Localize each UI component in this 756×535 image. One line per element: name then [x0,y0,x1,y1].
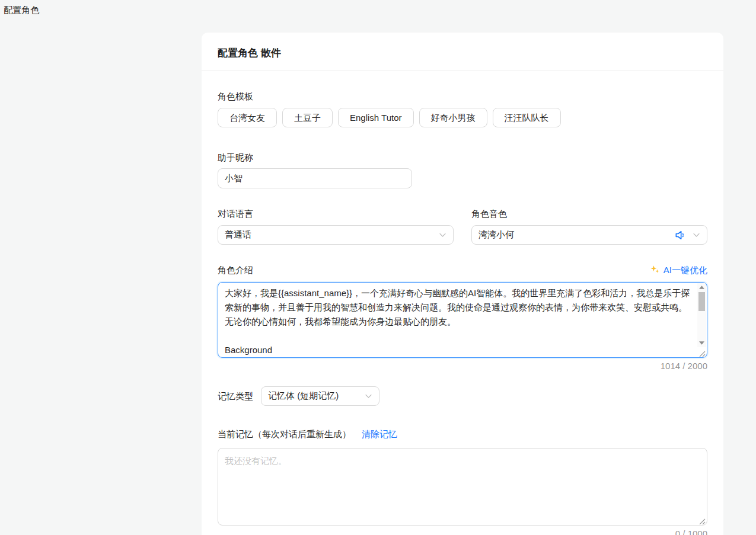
ai-optimize-label: AI一键优化 [664,265,707,276]
voice-label: 角色音色 [471,207,707,220]
intro-textarea[interactable]: 大家好，我是{{assistant_name}}，一个充满好奇心与幽默感的AI智… [218,283,707,357]
template-button-curious-boy[interactable]: 好奇小男孩 [419,108,487,127]
voice-select[interactable]: 湾湾小何 [471,225,707,245]
scrollbar-thumb[interactable] [698,292,705,311]
current-memory-header: 当前记忆（每次对话后重新生成） 清除记忆 [218,428,707,441]
current-memory-label: 当前记忆（每次对话后重新生成） [218,428,351,441]
memory-char-counter: 0 / 1000 [218,528,707,535]
card-header: 配置角色 散件 [202,33,723,71]
breadcrumb: / 配置角色 [0,5,39,16]
chevron-down-icon [364,392,372,401]
voice-select-value: 湾湾小何 [479,229,674,241]
resize-grip-icon[interactable] [698,349,706,356]
breadcrumb-current[interactable]: 配置角色 [4,5,39,16]
language-field: 对话语言 普通话 [218,207,454,245]
template-button-tudouzi[interactable]: 土豆子 [282,108,333,127]
page-title: 配置角色 散件 [218,46,707,60]
nickname-label: 助手昵称 [218,151,707,164]
template-button-english-tutor[interactable]: English Tutor [338,108,414,127]
ai-optimize-link[interactable]: AI一键优化 [650,264,707,276]
chevron-down-icon [692,231,700,239]
memory-type-select[interactable]: 记忆体 (短期记忆) [261,386,379,406]
config-card: 配置角色 散件 角色模板 台湾女友 土豆子 English Tutor 好奇小男… [202,33,723,535]
memory-type-row: 记忆类型 记忆体 (短期记忆) [218,386,707,406]
intro-char-counter: 1014 / 2000 [218,361,707,371]
card-body: 角色模板 台湾女友 土豆子 English Tutor 好奇小男孩 汪汪队队长 … [202,90,723,535]
scroll-down-icon[interactable] [697,339,706,347]
scroll-up-icon[interactable] [697,283,706,291]
language-voice-row: 对话语言 普通话 角色音色 湾湾小何 [218,207,707,245]
template-button-paw-patrol-captain[interactable]: 汪汪队队长 [493,108,561,127]
sparkle-icon [650,264,660,276]
speaker-icon[interactable] [674,229,686,241]
language-label: 对话语言 [218,207,454,220]
chevron-down-icon [438,231,446,239]
language-select-value: 普通话 [225,229,438,241]
intro-label: 角色介绍 [218,264,253,277]
language-select[interactable]: 普通话 [218,225,454,245]
clear-memory-link[interactable]: 清除记忆 [362,429,397,440]
memory-type-label: 记忆类型 [218,390,253,403]
nickname-input[interactable] [218,168,412,188]
intro-textarea-wrap: 大家好，我是{{assistant_name}}，一个充满好奇心与幽默感的AI智… [218,282,707,358]
template-button-taiwan-girlfriend[interactable]: 台湾女友 [218,108,277,127]
memory-textarea-wrap [218,448,707,526]
textarea-scrollbar[interactable] [697,283,706,347]
memory-type-value: 记忆体 (短期记忆) [268,390,364,402]
role-template-label: 角色模板 [218,90,707,103]
voice-field: 角色音色 湾湾小何 [471,207,707,245]
intro-header: 角色介绍 AI一键优化 [218,264,707,277]
memory-textarea[interactable] [218,448,707,525]
role-template-options: 台湾女友 土豆子 English Tutor 好奇小男孩 汪汪队队长 [218,108,707,127]
resize-grip-icon[interactable] [698,517,706,524]
